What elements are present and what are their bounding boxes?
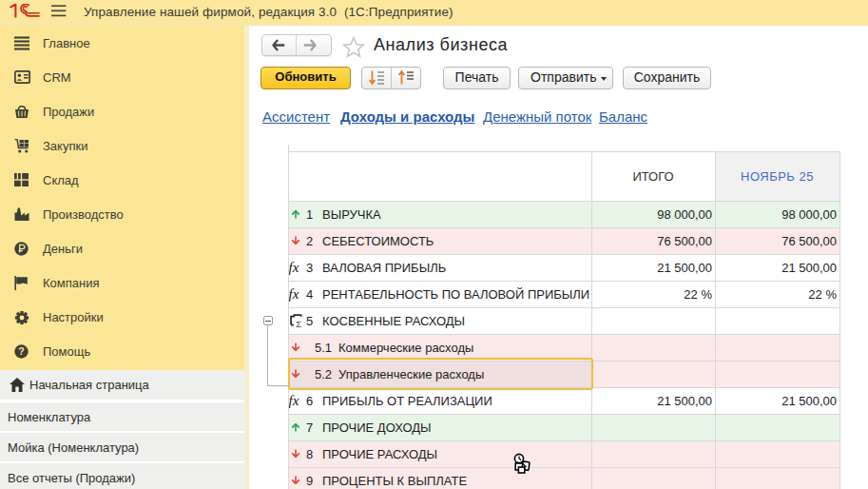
svg-text:Σ: Σ	[296, 319, 301, 328]
svg-text:?: ?	[18, 345, 24, 357]
svg-text:fx: fx	[289, 394, 299, 408]
svg-text:fx: fx	[289, 287, 299, 302]
svg-text:fx: fx	[289, 261, 299, 275]
